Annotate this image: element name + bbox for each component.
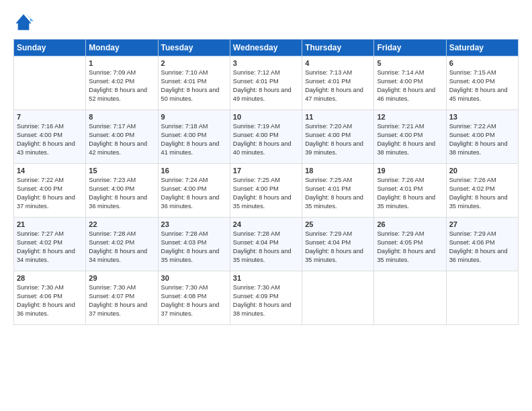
cell-info: Sunrise: 7:15 AMSunset: 4:00 PMDaylight:… [449, 68, 515, 103]
day-number: 31 [233, 274, 299, 282]
day-number: 21 [17, 220, 83, 228]
col-header-sunday: Sunday [14, 40, 86, 56]
cell-info: Sunrise: 7:22 AMSunset: 4:00 PMDaylight:… [17, 176, 83, 211]
calendar-cell: 18Sunrise: 7:25 AMSunset: 4:01 PMDayligh… [302, 164, 374, 218]
header-row: SundayMondayTuesdayWednesdayThursdayFrid… [14, 40, 519, 56]
cell-info: Sunrise: 7:26 AMSunset: 4:01 PMDaylight:… [377, 176, 443, 211]
day-number: 1 [89, 59, 154, 67]
cell-info: Sunrise: 7:17 AMSunset: 4:00 PMDaylight:… [89, 122, 154, 157]
day-number: 7 [17, 113, 83, 121]
calendar-cell: 17Sunrise: 7:25 AMSunset: 4:00 PMDayligh… [230, 164, 302, 218]
day-number: 10 [233, 113, 299, 121]
calendar-cell: 10Sunrise: 7:19 AMSunset: 4:00 PMDayligh… [230, 110, 302, 164]
week-row-1: 1Sunrise: 7:09 AMSunset: 4:02 PMDaylight… [14, 56, 519, 110]
day-number: 14 [17, 167, 83, 175]
cell-info: Sunrise: 7:29 AMSunset: 4:05 PMDaylight:… [377, 230, 443, 265]
cell-info: Sunrise: 7:22 AMSunset: 4:00 PMDaylight:… [449, 122, 515, 157]
calendar-cell: 5Sunrise: 7:14 AMSunset: 4:00 PMDaylight… [374, 56, 446, 110]
calendar-cell: 28Sunrise: 7:30 AMSunset: 4:06 PMDayligh… [14, 271, 86, 325]
col-header-monday: Monday [86, 40, 158, 56]
calendar-cell [14, 56, 86, 110]
day-number: 13 [449, 113, 515, 121]
day-number: 17 [233, 167, 299, 175]
cell-info: Sunrise: 7:21 AMSunset: 4:00 PMDaylight:… [377, 122, 443, 157]
calendar-cell: 9Sunrise: 7:18 AMSunset: 4:00 PMDaylight… [158, 110, 230, 164]
calendar-cell: 20Sunrise: 7:26 AMSunset: 4:02 PMDayligh… [446, 164, 518, 218]
cell-info: Sunrise: 7:14 AMSunset: 4:00 PMDaylight:… [377, 68, 443, 103]
calendar-cell: 26Sunrise: 7:29 AMSunset: 4:05 PMDayligh… [374, 218, 446, 271]
calendar-cell: 31Sunrise: 7:30 AMSunset: 4:09 PMDayligh… [230, 271, 302, 325]
cell-info: Sunrise: 7:29 AMSunset: 4:06 PMDaylight:… [449, 230, 515, 265]
calendar-cell: 6Sunrise: 7:15 AMSunset: 4:00 PMDaylight… [446, 56, 518, 110]
col-header-thursday: Thursday [302, 40, 374, 56]
cell-info: Sunrise: 7:18 AMSunset: 4:00 PMDaylight:… [161, 122, 227, 157]
day-number: 28 [17, 274, 83, 282]
calendar-cell: 29Sunrise: 7:30 AMSunset: 4:07 PMDayligh… [86, 271, 158, 325]
cell-info: Sunrise: 7:30 AMSunset: 4:07 PMDaylight:… [89, 283, 154, 318]
calendar-cell: 11Sunrise: 7:20 AMSunset: 4:00 PMDayligh… [302, 110, 374, 164]
cell-info: Sunrise: 7:28 AMSunset: 4:03 PMDaylight:… [161, 230, 227, 265]
calendar-cell: 15Sunrise: 7:23 AMSunset: 4:00 PMDayligh… [86, 164, 158, 218]
day-number: 20 [449, 167, 515, 175]
cell-info: Sunrise: 7:27 AMSunset: 4:02 PMDaylight:… [17, 230, 83, 265]
cell-info: Sunrise: 7:10 AMSunset: 4:01 PMDaylight:… [161, 68, 227, 103]
cell-info: Sunrise: 7:09 AMSunset: 4:02 PMDaylight:… [89, 68, 154, 103]
calendar-cell: 12Sunrise: 7:21 AMSunset: 4:00 PMDayligh… [374, 110, 446, 164]
calendar-cell: 14Sunrise: 7:22 AMSunset: 4:00 PMDayligh… [14, 164, 86, 218]
page: SundayMondayTuesdayWednesdayThursdayFrid… [0, 0, 532, 411]
day-number: 29 [89, 274, 154, 282]
day-number: 11 [305, 113, 371, 121]
calendar-cell: 4Sunrise: 7:13 AMSunset: 4:01 PMDaylight… [302, 56, 374, 110]
week-row-3: 14Sunrise: 7:22 AMSunset: 4:00 PMDayligh… [14, 164, 519, 218]
cell-info: Sunrise: 7:30 AMSunset: 4:06 PMDaylight:… [17, 283, 83, 318]
day-number: 16 [161, 167, 227, 175]
logo [13, 12, 36, 32]
svg-marker-0 [15, 14, 31, 30]
day-number: 18 [305, 167, 371, 175]
day-number: 26 [377, 220, 443, 228]
calendar-cell: 19Sunrise: 7:26 AMSunset: 4:01 PMDayligh… [374, 164, 446, 218]
day-number: 25 [305, 220, 371, 228]
cell-info: Sunrise: 7:28 AMSunset: 4:02 PMDaylight:… [89, 230, 154, 265]
calendar-cell: 22Sunrise: 7:28 AMSunset: 4:02 PMDayligh… [86, 218, 158, 271]
calendar-cell: 2Sunrise: 7:10 AMSunset: 4:01 PMDaylight… [158, 56, 230, 110]
calendar-cell [374, 271, 446, 325]
header [13, 12, 519, 32]
calendar-cell: 25Sunrise: 7:29 AMSunset: 4:04 PMDayligh… [302, 218, 374, 271]
calendar-cell: 1Sunrise: 7:09 AMSunset: 4:02 PMDaylight… [86, 56, 158, 110]
col-header-friday: Friday [374, 40, 446, 56]
col-header-saturday: Saturday [446, 40, 518, 56]
day-number: 2 [161, 59, 227, 67]
calendar-table: SundayMondayTuesdayWednesdayThursdayFrid… [13, 39, 519, 325]
day-number: 8 [89, 113, 154, 121]
day-number: 24 [233, 220, 299, 228]
week-row-5: 28Sunrise: 7:30 AMSunset: 4:06 PMDayligh… [14, 271, 519, 325]
cell-info: Sunrise: 7:12 AMSunset: 4:01 PMDaylight:… [233, 68, 299, 103]
cell-info: Sunrise: 7:30 AMSunset: 4:09 PMDaylight:… [233, 283, 299, 318]
cell-info: Sunrise: 7:23 AMSunset: 4:00 PMDaylight:… [89, 176, 154, 211]
calendar-cell: 16Sunrise: 7:24 AMSunset: 4:00 PMDayligh… [158, 164, 230, 218]
day-number: 4 [305, 59, 371, 67]
cell-info: Sunrise: 7:24 AMSunset: 4:00 PMDaylight:… [161, 176, 227, 211]
day-number: 12 [377, 113, 443, 121]
cell-info: Sunrise: 7:28 AMSunset: 4:04 PMDaylight:… [233, 230, 299, 265]
cell-info: Sunrise: 7:13 AMSunset: 4:01 PMDaylight:… [305, 68, 371, 103]
cell-info: Sunrise: 7:30 AMSunset: 4:08 PMDaylight:… [161, 283, 227, 318]
day-number: 3 [233, 59, 299, 67]
cell-info: Sunrise: 7:29 AMSunset: 4:04 PMDaylight:… [305, 230, 371, 265]
calendar-cell: 8Sunrise: 7:17 AMSunset: 4:00 PMDaylight… [86, 110, 158, 164]
day-number: 9 [161, 113, 227, 121]
calendar-cell: 21Sunrise: 7:27 AMSunset: 4:02 PMDayligh… [14, 218, 86, 271]
cell-info: Sunrise: 7:25 AMSunset: 4:00 PMDaylight:… [233, 176, 299, 211]
logo-icon [13, 12, 34, 32]
calendar-cell: 27Sunrise: 7:29 AMSunset: 4:06 PMDayligh… [446, 218, 518, 271]
calendar-cell: 13Sunrise: 7:22 AMSunset: 4:00 PMDayligh… [446, 110, 518, 164]
week-row-2: 7Sunrise: 7:16 AMSunset: 4:00 PMDaylight… [14, 110, 519, 164]
col-header-wednesday: Wednesday [230, 40, 302, 56]
calendar-cell: 23Sunrise: 7:28 AMSunset: 4:03 PMDayligh… [158, 218, 230, 271]
calendar-cell [446, 271, 518, 325]
cell-info: Sunrise: 7:25 AMSunset: 4:01 PMDaylight:… [305, 176, 371, 211]
calendar-cell [302, 271, 374, 325]
col-header-tuesday: Tuesday [158, 40, 230, 56]
calendar-cell: 24Sunrise: 7:28 AMSunset: 4:04 PMDayligh… [230, 218, 302, 271]
